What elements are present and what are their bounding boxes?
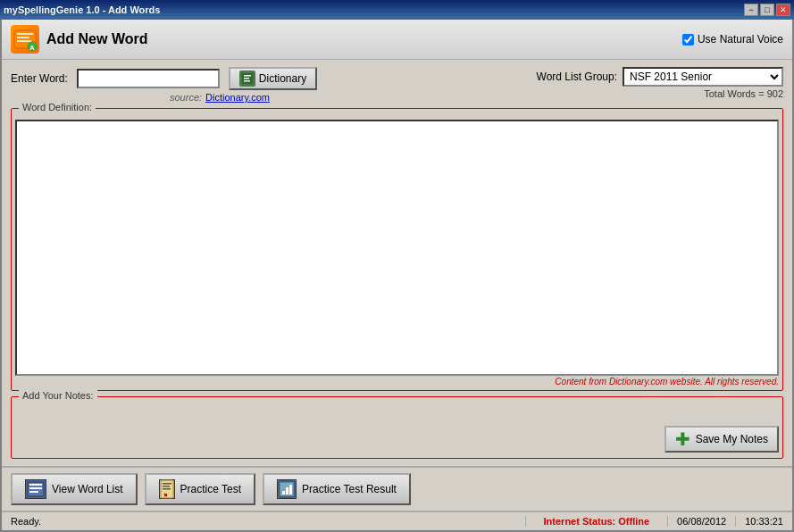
word-list-group-section: Word List Group: NSF 2011 Senior NSF 201… xyxy=(537,67,783,99)
maximize-button[interactable]: □ xyxy=(760,4,774,16)
total-words: Total Words = 902 xyxy=(704,88,783,99)
bottom-buttons: View Word List Practice Test xyxy=(2,466,792,511)
save-my-notes-label: Save My Notes xyxy=(696,433,768,445)
svg-rect-22 xyxy=(282,491,285,495)
word-list-row: Word List Group: NSF 2011 Senior NSF 201… xyxy=(537,67,783,87)
notes-label: Add Your Notes: xyxy=(19,390,97,401)
svg-rect-13 xyxy=(29,491,38,493)
save-icon: ✚ xyxy=(675,430,690,448)
source-label: source: xyxy=(170,92,202,103)
view-word-list-icon xyxy=(25,479,46,499)
title-bar: mySpellingGenie 1.0 - Add Words − □ ✕ xyxy=(0,0,794,20)
title-bar-controls: − □ ✕ xyxy=(744,4,790,16)
svg-rect-1 xyxy=(17,33,33,35)
status-time: 10:33:21 xyxy=(736,516,792,527)
svg-rect-24 xyxy=(289,485,292,495)
practice-test-icon xyxy=(159,479,175,499)
title-bar-text: mySpellingGenie 1.0 - Add Words xyxy=(4,4,160,15)
svg-rect-12 xyxy=(29,487,42,489)
top-controls-row: Enter Word: Dictionary xyxy=(11,67,783,103)
word-definition-textarea[interactable] xyxy=(15,120,779,376)
enter-word-label: Enter Word: xyxy=(11,72,68,85)
svg-rect-23 xyxy=(286,487,288,495)
header-left: A Add New Word xyxy=(11,25,147,54)
dictionary-icon xyxy=(239,71,255,87)
save-my-notes-button[interactable]: ✚ Save My Notes xyxy=(664,426,779,453)
practice-test-result-label: Practice Test Result xyxy=(302,483,397,495)
svg-rect-17 xyxy=(163,488,171,490)
definition-copyright: Content from Dictionary.com website. All… xyxy=(555,377,779,387)
content-area: Enter Word: Dictionary xyxy=(2,60,792,466)
use-natural-voice-label[interactable]: Use Natural Voice xyxy=(682,33,783,46)
svg-rect-2 xyxy=(17,37,29,38)
svg-rect-9 xyxy=(244,80,250,82)
main-window: A Add New Word Use Natural Voice Enter W… xyxy=(0,20,794,532)
practice-test-button[interactable]: Practice Test xyxy=(145,473,255,505)
practice-test-result-button[interactable]: Practice Test Result xyxy=(263,473,411,505)
practice-test-label: Practice Test xyxy=(180,483,241,495)
word-definition-box: Word Definition: Content from Dictionary… xyxy=(11,108,783,391)
close-button[interactable]: ✕ xyxy=(776,4,790,16)
enter-word-row: Enter Word: Dictionary xyxy=(11,67,317,90)
enter-word-input[interactable] xyxy=(77,69,220,88)
status-bar: Ready. Internet Status: Offline 06/08/20… xyxy=(2,511,792,530)
source-link[interactable]: Dictionary.com xyxy=(205,92,270,103)
status-ready: Ready. xyxy=(2,516,526,527)
header-title: Add New Word xyxy=(46,31,147,47)
use-natural-voice-checkbox[interactable] xyxy=(682,34,694,46)
notes-box: Add Your Notes: ✚ Save My Notes xyxy=(11,396,783,459)
svg-rect-7 xyxy=(244,75,251,77)
svg-rect-8 xyxy=(244,78,249,79)
dictionary-button[interactable]: Dictionary xyxy=(229,67,317,90)
dictionary-button-label: Dictionary xyxy=(259,72,306,85)
word-list-group-label: Word List Group: xyxy=(537,71,617,83)
header-area: A Add New Word Use Natural Voice xyxy=(2,20,792,60)
svg-rect-16 xyxy=(163,486,170,487)
view-word-list-label: View Word List xyxy=(52,483,123,495)
view-word-list-button[interactable]: View Word List xyxy=(11,473,138,505)
practice-test-result-icon xyxy=(277,479,297,499)
status-date: 06/08/2012 xyxy=(668,516,736,527)
enter-word-section: Enter Word: Dictionary xyxy=(11,67,317,103)
word-definition-label: Word Definition: xyxy=(19,102,96,112)
minimize-button[interactable]: − xyxy=(744,4,758,16)
svg-rect-3 xyxy=(17,40,31,42)
svg-rect-15 xyxy=(163,483,171,485)
svg-rect-11 xyxy=(29,484,42,486)
header-right: Use Natural Voice xyxy=(682,33,783,46)
svg-text:A: A xyxy=(29,44,35,52)
word-list-select[interactable]: NSF 2011 Senior NSF 2011 Junior Custom L… xyxy=(623,67,783,87)
app-icon: A xyxy=(11,25,39,54)
use-natural-voice-text: Use Natural Voice xyxy=(698,33,783,46)
status-internet: Internet Status: Offline xyxy=(526,516,669,527)
